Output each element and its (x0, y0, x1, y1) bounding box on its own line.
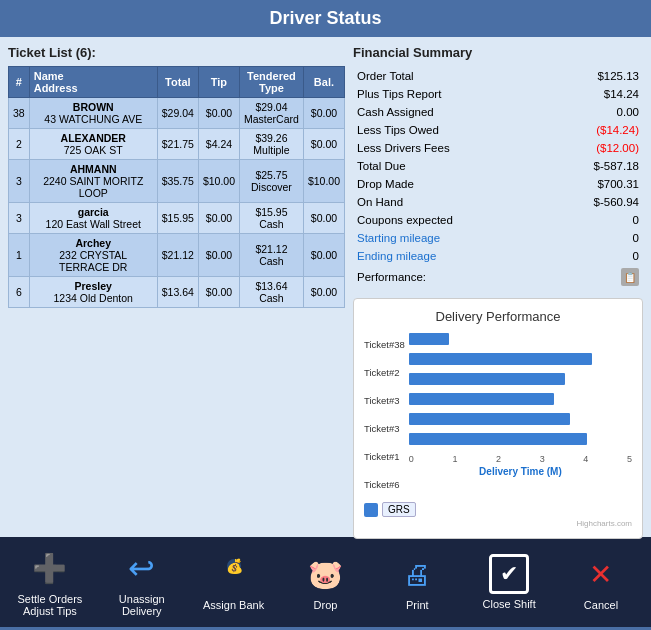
financial-label: Order Total (355, 68, 522, 84)
financial-label: Cash Assigned (355, 104, 522, 120)
table-row-total: $15.95 (157, 203, 198, 234)
table-row-total: $21.75 (157, 129, 198, 160)
unassign-icon: ↩ (121, 547, 163, 589)
table-row-total: $35.75 (157, 160, 198, 203)
financial-value: $14.24 (524, 86, 641, 102)
x-axis: 0 1 2 3 4 5 (409, 452, 632, 464)
table-row-num: 6 (9, 277, 30, 308)
unassign-delivery-button[interactable]: ↩ UnassignDelivery (107, 547, 177, 617)
bar-row (409, 332, 632, 346)
performance-icon-cell: 📋 (524, 266, 641, 288)
chart-bars: 0 1 2 3 4 5 Delivery Time (M) (409, 332, 632, 477)
table-row-tendered: $29.04MasterCard (240, 98, 304, 129)
highcharts-credit: Highcharts.com (364, 519, 632, 528)
cancel-label: Cancel (584, 599, 618, 611)
assign-bank-label: Assign Bank (203, 599, 264, 611)
table-row-name: Archey232 CRYSTAL TERRACE DR (29, 234, 157, 277)
table-row-num: 1 (9, 234, 30, 277)
x-axis-label: Delivery Time (M) (409, 466, 632, 477)
table-row-tip: $10.00 (198, 160, 239, 203)
table-row-name: Presley1234 Old Denton (29, 277, 157, 308)
close-shift-label: Close Shift (483, 598, 536, 610)
financial-label: Plus Tips Report (355, 86, 522, 102)
table-row-tip: $0.00 (198, 203, 239, 234)
table-row-bal: $0.00 (303, 129, 344, 160)
settle-orders-icon: ➕ (29, 547, 71, 589)
ticket-list-panel: Ticket List (6): # NameAddress Total Tip… (8, 45, 345, 529)
cancel-button[interactable]: ✕ Cancel (566, 553, 636, 611)
close-shift-button[interactable]: ✔ Close Shift (474, 554, 544, 610)
close-shift-icon: ✔ (489, 554, 529, 594)
table-row-tendered: $13.64Cash (240, 277, 304, 308)
chart-bar-label: Ticket#3 (364, 418, 405, 438)
financial-value: $700.31 (524, 176, 641, 192)
financial-table: Order Total $125.13 Plus Tips Report $14… (353, 66, 643, 290)
table-row-tip: $0.00 (198, 234, 239, 277)
assign-bank-button[interactable]: 💰 Assign Bank (199, 553, 269, 611)
chart-bar-label: Ticket#2 (364, 362, 405, 382)
table-row-name: ALEXANDER725 OAK ST (29, 129, 157, 160)
financial-value: $-560.94 (524, 194, 641, 210)
table-row-name: AHMANN2240 SAINT MORITZ LOOP (29, 160, 157, 203)
financial-value: $-587.18 (524, 158, 641, 174)
assign-bank-icon: 💰 (213, 553, 255, 595)
unassign-label: UnassignDelivery (119, 593, 165, 617)
bar (409, 353, 592, 365)
bar-row (409, 372, 632, 386)
right-panel: Financial Summary Order Total $125.13 Pl… (353, 45, 643, 529)
drop-label: Drop (314, 599, 338, 611)
cancel-icon: ✕ (580, 553, 622, 595)
chart-bar-label: Ticket#6 (364, 474, 405, 494)
chart-legend: GRS (364, 502, 632, 517)
financial-label: Total Due (355, 158, 522, 174)
bar (409, 433, 588, 445)
financial-label: Starting mileage (355, 230, 522, 246)
col-name: NameAddress (29, 67, 157, 98)
performance-icon[interactable]: 📋 (621, 268, 639, 286)
bar (409, 393, 554, 405)
chart-bar-label: Ticket#1 (364, 446, 405, 466)
table-row-bal: $0.00 (303, 277, 344, 308)
table-row-bal: $10.00 (303, 160, 344, 203)
financial-value: 0 (524, 212, 641, 228)
financial-label: Performance: (355, 266, 522, 288)
chart-bar-label: Ticket#38 (364, 334, 405, 354)
table-row-tendered: $39.26Multiple (240, 129, 304, 160)
col-tendered: TenderedType (240, 67, 304, 98)
col-num: # (9, 67, 30, 98)
table-row-tendered: $25.75Discover (240, 160, 304, 203)
financial-label: Less Drivers Fees (355, 140, 522, 156)
table-row-num: 2 (9, 129, 30, 160)
table-row-tendered: $21.12Cash (240, 234, 304, 277)
title-bar: Driver Status (0, 0, 651, 37)
print-icon: 🖨 (396, 553, 438, 595)
table-row-name: garcia120 East Wall Street (29, 203, 157, 234)
table-row-num: 38 (9, 98, 30, 129)
svg-text:💰: 💰 (225, 558, 243, 575)
table-row-total: $21.12 (157, 234, 198, 277)
col-total: Total (157, 67, 198, 98)
table-row-tip: $4.24 (198, 129, 239, 160)
ticket-list-title: Ticket List (6): (8, 45, 345, 60)
bar-row (409, 432, 632, 446)
table-row-num: 3 (9, 203, 30, 234)
financial-value: ($12.00) (524, 140, 641, 156)
bar (409, 373, 565, 385)
drop-button[interactable]: 🐷 Drop (290, 553, 360, 611)
bar (409, 333, 449, 345)
col-tip: Tip (198, 67, 239, 98)
chart-labels: Ticket#38Ticket#2Ticket#3Ticket#3Ticket#… (364, 332, 409, 496)
financial-label: Ending mileage (355, 248, 522, 264)
print-button[interactable]: 🖨 Print (382, 553, 452, 611)
table-row-name: BROWN43 WATCHUNG AVE (29, 98, 157, 129)
table-row-tip: $0.00 (198, 98, 239, 129)
table-row-tendered: $15.95Cash (240, 203, 304, 234)
legend-color-box (364, 503, 378, 517)
financial-value: 0 (524, 230, 641, 246)
settle-orders-button[interactable]: ➕ Settle OrdersAdjust Tips (15, 547, 85, 617)
col-bal: Bal. (303, 67, 344, 98)
table-row-num: 3 (9, 160, 30, 203)
settle-orders-label: Settle OrdersAdjust Tips (18, 593, 83, 617)
print-label: Print (406, 599, 429, 611)
table-row-bal: $0.00 (303, 98, 344, 129)
